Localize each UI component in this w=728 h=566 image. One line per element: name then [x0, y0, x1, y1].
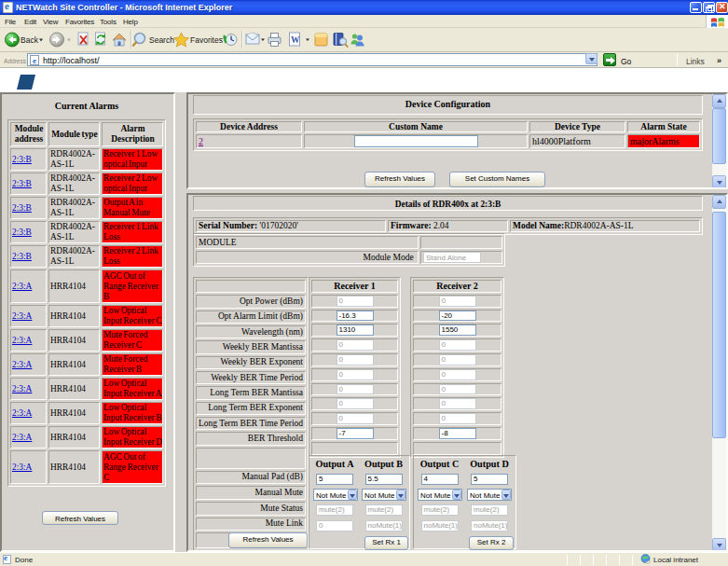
svg-text:W: W — [291, 35, 300, 45]
svg-text:Favorites: Favorites — [190, 35, 223, 45]
svg-text:Search: Search — [149, 35, 174, 45]
svg-text:Back: Back — [21, 35, 39, 45]
